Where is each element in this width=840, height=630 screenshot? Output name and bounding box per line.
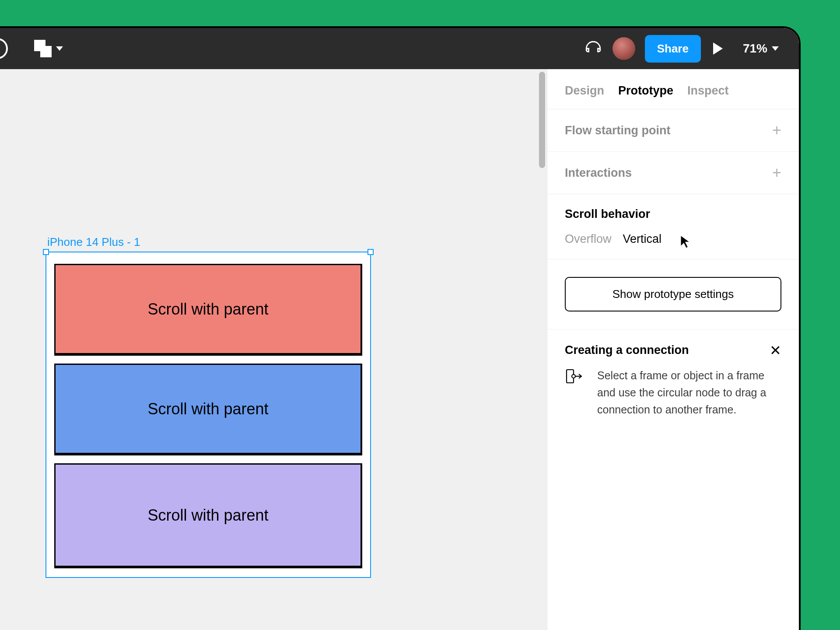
- connection-icon: [565, 367, 585, 418]
- share-button[interactable]: Share: [645, 35, 701, 63]
- selected-frame[interactable]: Scroll with parent Scroll with parent Sc…: [46, 252, 371, 578]
- svg-point-1: [572, 374, 575, 378]
- canvas-scrollbar[interactable]: [539, 72, 545, 168]
- tab-prototype[interactable]: Prototype: [618, 84, 673, 98]
- flow-starting-point-section: Flow starting point +: [547, 109, 799, 152]
- prototype-settings-section: Show prototype settings: [547, 259, 799, 329]
- card-label: Scroll with parent: [147, 506, 268, 525]
- connection-hint-section: Creating a connection ✕ Select a frame o…: [547, 329, 799, 435]
- canvas-card[interactable]: Scroll with parent: [54, 463, 362, 568]
- overflow-label: Overflow: [565, 232, 612, 246]
- frame-container: iPhone 14 Plus - 1 Scroll with parent Sc…: [46, 235, 371, 578]
- card-label: Scroll with parent: [147, 400, 268, 418]
- overflow-dropdown[interactable]: Vertical: [623, 232, 662, 246]
- show-prototype-settings-button[interactable]: Show prototype settings: [565, 277, 781, 312]
- zoom-value: 71%: [743, 42, 767, 56]
- canvas-card[interactable]: Scroll with parent: [54, 364, 362, 455]
- toolbar-left-group: [0, 38, 63, 59]
- right-panel: Design Prototype Inspect Flow starting p…: [547, 69, 799, 630]
- app-window: Share 71% iPhone 14 Plus - 1 Scroll with…: [0, 26, 801, 630]
- add-flow-button[interactable]: +: [772, 122, 781, 138]
- canvas-card[interactable]: Scroll with parent: [54, 264, 362, 356]
- section-title: Interactions: [565, 166, 632, 180]
- voice-chat-button[interactable]: [584, 39, 603, 58]
- add-interaction-button[interactable]: +: [772, 165, 781, 181]
- zoom-control[interactable]: 71%: [743, 42, 779, 56]
- shapes-tool[interactable]: [17, 40, 63, 57]
- selection-handle[interactable]: [43, 249, 49, 255]
- hint-title: Creating a connection: [565, 343, 689, 357]
- chevron-down-icon: [56, 46, 63, 51]
- cursor-icon: [679, 234, 692, 252]
- section-title: Scroll behavior: [565, 207, 781, 221]
- section-title: Flow starting point: [565, 124, 670, 137]
- shapes-icon: [34, 40, 52, 57]
- hint-text: Select a frame or object in a frame and …: [597, 367, 781, 418]
- chevron-down-icon: [772, 46, 779, 51]
- canvas[interactable]: iPhone 14 Plus - 1 Scroll with parent Sc…: [0, 69, 547, 630]
- top-toolbar: Share 71%: [0, 28, 799, 69]
- tab-design[interactable]: Design: [565, 84, 604, 98]
- menu-icon[interactable]: [0, 38, 8, 59]
- close-hint-button[interactable]: ✕: [770, 343, 781, 357]
- avatar[interactable]: [612, 37, 635, 60]
- interactions-section: Interactions +: [547, 152, 799, 194]
- present-button[interactable]: [713, 42, 723, 55]
- selection-handle[interactable]: [368, 249, 374, 255]
- card-label: Scroll with parent: [147, 300, 268, 318]
- frame-label[interactable]: iPhone 14 Plus - 1: [47, 235, 371, 249]
- main-area: iPhone 14 Plus - 1 Scroll with parent Sc…: [0, 69, 799, 630]
- tab-inspect[interactable]: Inspect: [687, 84, 729, 98]
- panel-tabs: Design Prototype Inspect: [547, 69, 799, 109]
- scroll-behavior-section: Scroll behavior Overflow Vertical: [547, 194, 799, 259]
